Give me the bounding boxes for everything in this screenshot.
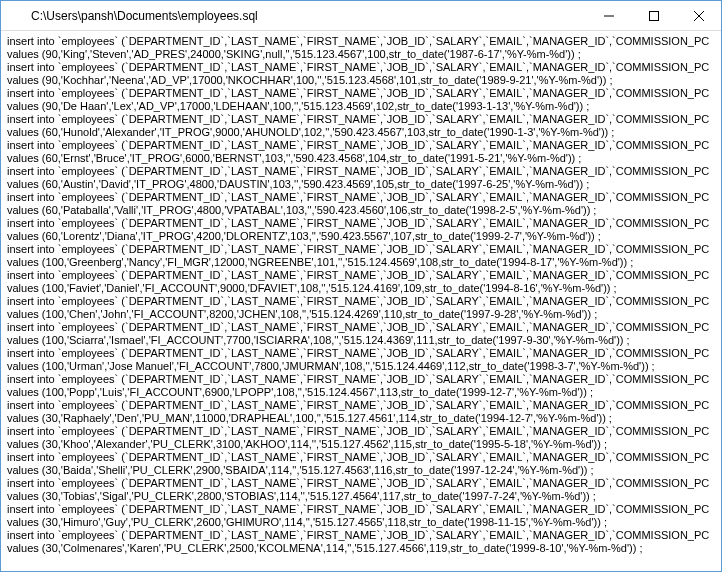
sql-line: insert into `employees` (`DEPARTMENT_ID`… bbox=[7, 243, 715, 256]
sql-line: insert into `employees` (`DEPARTMENT_ID`… bbox=[7, 269, 715, 282]
sql-line: insert into `employees` (`DEPARTMENT_ID`… bbox=[7, 451, 715, 464]
app-icon bbox=[9, 8, 25, 24]
sql-line: insert into `employees` (`DEPARTMENT_ID`… bbox=[7, 35, 715, 48]
sql-line: insert into `employees` (`DEPARTMENT_ID`… bbox=[7, 113, 715, 126]
sql-line: values (60,'Austin','David','IT_PROG',48… bbox=[7, 178, 715, 191]
sql-line: values (90,'King','Steven','AD_PRES',240… bbox=[7, 48, 715, 61]
maximize-button[interactable] bbox=[631, 1, 676, 30]
sql-line: insert into `employees` (`DEPARTMENT_ID`… bbox=[7, 373, 715, 386]
sql-line: insert into `employees` (`DEPARTMENT_ID`… bbox=[7, 347, 715, 360]
window-title: C:\Users\pansh\Documents\employees.sql bbox=[31, 9, 586, 23]
sql-line: values (100,'Faviet','Daniel','FI_ACCOUN… bbox=[7, 282, 715, 295]
sql-line: insert into `employees` (`DEPARTMENT_ID`… bbox=[7, 87, 715, 100]
sql-line: insert into `employees` (`DEPARTMENT_ID`… bbox=[7, 217, 715, 230]
sql-line: insert into `employees` (`DEPARTMENT_ID`… bbox=[7, 425, 715, 438]
sql-line: insert into `employees` (`DEPARTMENT_ID`… bbox=[7, 321, 715, 334]
sql-line: insert into `employees` (`DEPARTMENT_ID`… bbox=[7, 529, 715, 542]
sql-line: values (30,'Colmenares','Karen','PU_CLER… bbox=[7, 542, 715, 555]
sql-line: values (60,'Hunold','Alexander','IT_PROG… bbox=[7, 126, 715, 139]
sql-line: insert into `employees` (`DEPARTMENT_ID`… bbox=[7, 399, 715, 412]
sql-line: values (100,'Greenberg','Nancy','FI_MGR'… bbox=[7, 256, 715, 269]
sql-line: insert into `employees` (`DEPARTMENT_ID`… bbox=[7, 503, 715, 516]
sql-line: insert into `employees` (`DEPARTMENT_ID`… bbox=[7, 191, 715, 204]
minimize-icon bbox=[604, 11, 614, 21]
sql-line: insert into `employees` (`DEPARTMENT_ID`… bbox=[7, 139, 715, 152]
sql-line: insert into `employees` (`DEPARTMENT_ID`… bbox=[7, 61, 715, 74]
sql-line: values (30,'Himuro','Guy','PU_CLERK',260… bbox=[7, 516, 715, 529]
sql-line: values (100,'Chen','John','FI_ACCOUNT',8… bbox=[7, 308, 715, 321]
sql-line: values (100,'Urman','Jose Manuel','FI_AC… bbox=[7, 360, 715, 373]
sql-line: values (60,'Pataballa','Valli','IT_PROG'… bbox=[7, 204, 715, 217]
svg-rect-1 bbox=[649, 11, 658, 20]
sql-line: insert into `employees` (`DEPARTMENT_ID`… bbox=[7, 477, 715, 490]
window-controls bbox=[586, 1, 721, 30]
close-icon bbox=[694, 11, 704, 21]
maximize-icon bbox=[649, 11, 659, 21]
sql-line: values (100,'Sciarra','Ismael','FI_ACCOU… bbox=[7, 334, 715, 347]
sql-line: values (60,'Lorentz','Diana','IT_PROG',4… bbox=[7, 230, 715, 243]
sql-line: values (90,'De Haan','Lex','AD_VP',17000… bbox=[7, 100, 715, 113]
sql-line: values (30,'Baida','Shelli','PU_CLERK',2… bbox=[7, 464, 715, 477]
sql-line: values (30,'Khoo','Alexander','PU_CLERK'… bbox=[7, 438, 715, 451]
sql-line: insert into `employees` (`DEPARTMENT_ID`… bbox=[7, 295, 715, 308]
sql-line: values (100,'Popp','Luis','FI_ACCOUNT',6… bbox=[7, 386, 715, 399]
minimize-button[interactable] bbox=[586, 1, 631, 30]
sql-line: values (90,'Kochhar','Neena','AD_VP',170… bbox=[7, 74, 715, 87]
sql-line: values (30,'Tobias','Sigal','PU_CLERK',2… bbox=[7, 490, 715, 503]
sql-line: values (60,'Ernst','Bruce','IT_PROG',600… bbox=[7, 152, 715, 165]
sql-line: values (30,'Raphaely','Den','PU_MAN',110… bbox=[7, 412, 715, 425]
sql-line: insert into `employees` (`DEPARTMENT_ID`… bbox=[7, 165, 715, 178]
close-button[interactable] bbox=[676, 1, 721, 30]
titlebar: C:\Users\pansh\Documents\employees.sql bbox=[1, 1, 721, 31]
editor-content[interactable]: insert into `employees` (`DEPARTMENT_ID`… bbox=[1, 31, 721, 571]
